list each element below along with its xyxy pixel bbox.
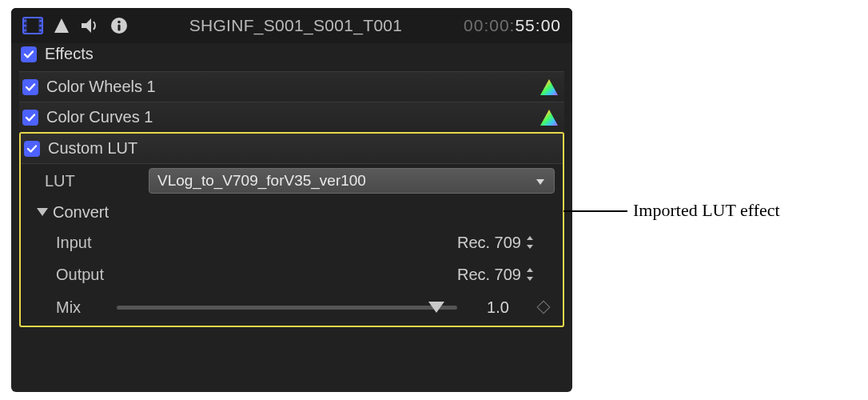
output-row: Output Rec. 709 <box>21 258 563 290</box>
input-value-popup[interactable]: Rec. 709 <box>457 234 548 252</box>
lut-param-row: LUT VLog_to_V709_forV35_ver100 <box>21 164 563 198</box>
effect-enable-checkbox[interactable] <box>22 79 38 95</box>
effect-name: Custom LUT <box>48 139 558 158</box>
svg-marker-16 <box>536 179 544 185</box>
svg-marker-18 <box>527 245 533 249</box>
svg-marker-14 <box>540 79 558 95</box>
custom-lut-effect-group: Custom LUT LUT VLog_to_V709_forV35_ver10… <box>19 132 564 327</box>
svg-marker-19 <box>527 268 533 272</box>
audio-tab-icon[interactable] <box>80 17 101 34</box>
output-label: Output <box>56 266 457 284</box>
slider-thumb[interactable] <box>428 302 444 313</box>
svg-marker-9 <box>54 18 69 33</box>
keyframe-icon[interactable] <box>537 301 551 314</box>
chevron-down-icon <box>535 172 546 190</box>
callout-label: Imported LUT effect <box>633 200 780 221</box>
updown-stepper-icon <box>526 268 534 281</box>
svg-marker-15 <box>540 110 558 126</box>
inspector-header: SHGINF_S001_S001_T001 00:00:55:00 <box>11 8 572 43</box>
mix-value[interactable]: 1.0 <box>470 298 526 317</box>
callout-leader-line <box>563 210 627 212</box>
lut-dropdown[interactable]: VLog_to_V709_forV35_ver100 <box>149 168 555 194</box>
svg-marker-17 <box>527 236 533 240</box>
effect-name: Color Wheels 1 <box>46 78 531 96</box>
input-row: Input Rec. 709 <box>21 226 563 258</box>
effect-row-color-curves[interactable]: Color Curves 1 <box>19 102 564 132</box>
color-preset-icon[interactable] <box>539 78 559 97</box>
effect-enable-checkbox[interactable] <box>22 110 38 126</box>
video-tab-icon[interactable] <box>22 17 43 34</box>
output-value-popup[interactable]: Rec. 709 <box>457 266 548 284</box>
effects-section-header[interactable]: Effects <box>11 43 572 71</box>
mix-slider[interactable] <box>117 298 457 317</box>
mix-row: Mix 1.0 <box>21 290 563 326</box>
effect-row-custom-lut[interactable]: Custom LUT <box>21 134 563 164</box>
input-label: Input <box>56 234 457 252</box>
color-tab-icon[interactable] <box>53 17 70 34</box>
effects-list: Color Wheels 1 Color Curves 1 <box>11 71 572 132</box>
convert-disclosure[interactable]: Convert <box>21 198 563 226</box>
svg-marker-10 <box>82 18 91 33</box>
updown-stepper-icon <box>526 236 534 249</box>
svg-point-12 <box>117 21 121 24</box>
effect-name: Color Curves 1 <box>46 108 531 126</box>
convert-label: Convert <box>53 203 109 222</box>
inspector-panel: SHGINF_S001_S001_T001 00:00:55:00 Effect… <box>11 8 572 392</box>
lut-selected-value: VLog_to_V709_forV35_ver100 <box>157 172 366 190</box>
effect-row-color-wheels[interactable]: Color Wheels 1 <box>19 71 564 102</box>
effects-label: Effects <box>45 45 94 63</box>
lut-label: LUT <box>45 172 141 190</box>
mix-label: Mix <box>56 298 104 317</box>
clip-name: SHGINF_S001_S001_T001 <box>189 16 403 35</box>
color-preset-icon[interactable] <box>539 108 559 127</box>
effects-enable-checkbox[interactable] <box>21 46 37 62</box>
info-tab-icon[interactable] <box>110 17 128 34</box>
svg-marker-20 <box>527 277 533 281</box>
effect-enable-checkbox[interactable] <box>24 141 40 157</box>
timecode: 00:00:55:00 <box>464 16 561 35</box>
disclosure-triangle-icon <box>37 208 48 216</box>
svg-rect-13 <box>117 25 120 31</box>
